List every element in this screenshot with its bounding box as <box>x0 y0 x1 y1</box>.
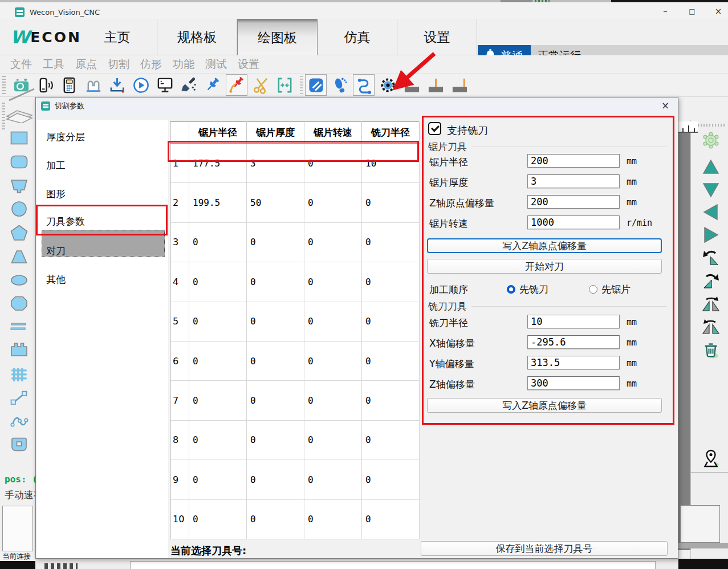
top-tab[interactable]: 仿真 <box>318 19 397 55</box>
top-tab[interactable]: 设置 <box>397 19 477 55</box>
table-cell[interactable]: 50 <box>247 183 304 222</box>
delete-icon[interactable] <box>699 340 722 360</box>
dialog-close-icon[interactable]: × <box>657 99 673 112</box>
polyline-tool-icon[interactable] <box>9 388 29 407</box>
table-cell[interactable]: 0 <box>304 183 362 222</box>
table-cell[interactable]: 0 <box>362 222 420 262</box>
table-cell[interactable]: 0 <box>247 381 304 420</box>
order-radio-option[interactable]: 先铣刀 <box>507 283 548 296</box>
move-left-icon[interactable] <box>699 202 722 222</box>
table-cell[interactable]: 0 <box>362 460 420 499</box>
flip-vertical-icon[interactable] <box>699 316 722 337</box>
pin-icon[interactable] <box>202 74 223 96</box>
rectangle-tool-icon[interactable] <box>9 129 29 147</box>
table-cell[interactable]: 0 <box>304 341 362 380</box>
table-cell[interactable]: 0 <box>247 420 304 460</box>
ellipse-tool-icon[interactable] <box>9 271 29 289</box>
monitor-icon[interactable] <box>154 74 176 96</box>
table-cell[interactable]: 0 <box>189 302 247 341</box>
table-cell[interactable]: 0 <box>189 222 247 262</box>
table-cell[interactable]: 0 <box>247 222 304 262</box>
row-number[interactable]: 3 <box>170 222 189 262</box>
table-cell[interactable]: 0 <box>304 460 362 499</box>
curve-tool-icon[interactable] <box>9 412 29 430</box>
support-mill-checkbox[interactable] <box>428 122 441 135</box>
manual-rate-box[interactable] <box>2 506 33 551</box>
row-number[interactable]: 10 <box>170 499 189 539</box>
rotate-left-icon[interactable] <box>699 247 722 268</box>
param-input[interactable] <box>527 195 620 209</box>
write-z-offset-button[interactable]: 写入Z轴原点偏移量 <box>427 398 662 413</box>
table-cell[interactable]: 0 <box>362 499 420 539</box>
expand-icon[interactable] <box>274 74 295 96</box>
table-cell[interactable]: 0 <box>304 144 362 183</box>
dialog-nav-item[interactable]: 加工 <box>46 158 66 173</box>
parallel-lines-tool-icon[interactable] <box>9 317 29 335</box>
top-tab[interactable]: 绘图板 <box>237 19 318 55</box>
row-number[interactable]: 7 <box>170 381 189 420</box>
table-cell[interactable]: 10 <box>362 144 420 183</box>
row-number[interactable]: 2 <box>170 183 189 222</box>
start-tool-calibration-button[interactable]: 开始对刀 <box>427 259 662 274</box>
adjust-gear-icon[interactable] <box>699 130 722 151</box>
octagon-tool-icon[interactable] <box>9 294 29 312</box>
connection-tab[interactable]: 当前连接 <box>0 552 35 561</box>
table-cell[interactable]: 0 <box>247 302 304 341</box>
table-row[interactable]: 40000 <box>170 262 420 302</box>
table-cell[interactable]: 0 <box>304 420 362 460</box>
table-cell[interactable]: 0 <box>189 262 247 302</box>
table-cell[interactable]: 0 <box>362 302 420 341</box>
table-cell[interactable]: 0 <box>189 341 247 380</box>
castle-tool-icon[interactable] <box>9 340 29 358</box>
table-row[interactable]: 1177.53010 <box>170 144 420 183</box>
hatch-square-icon[interactable] <box>305 74 327 96</box>
menu-item[interactable]: 仿形 <box>140 57 162 72</box>
row-number[interactable]: 8 <box>170 420 189 460</box>
dialog-nav-item[interactable]: 图形 <box>46 186 66 201</box>
menu-item[interactable]: 设置 <box>238 57 259 72</box>
import-icon[interactable] <box>106 74 128 96</box>
footprint-icon[interactable] <box>329 74 351 96</box>
top-tab[interactable]: 规格板 <box>157 19 237 55</box>
menu-item[interactable]: 工具 <box>43 57 64 72</box>
row-number[interactable]: 1 <box>170 144 189 183</box>
calculator-icon[interactable] <box>58 74 80 96</box>
saw-pos-center-icon[interactable] <box>425 74 446 96</box>
dialog-nav-item[interactable]: 厚度分层 <box>46 129 85 144</box>
scissors-icon[interactable] <box>250 74 271 96</box>
move-up-icon[interactable] <box>699 157 722 177</box>
table-row[interactable]: 100000 <box>170 499 420 539</box>
save-button[interactable]: 保存到当前选择刀具号 <box>421 541 668 556</box>
flip-horizontal-icon[interactable] <box>699 294 722 314</box>
radio-selected-icon[interactable] <box>507 285 515 294</box>
rotate-right-icon[interactable] <box>699 271 722 291</box>
table-cell[interactable]: 0 <box>189 499 247 539</box>
table-row[interactable]: 70000 <box>170 381 420 420</box>
table-cell[interactable]: 0 <box>362 262 420 302</box>
menu-item[interactable]: 测试 <box>205 57 227 72</box>
table-row[interactable]: 2199.55000 <box>170 183 420 222</box>
device-audio-icon[interactable] <box>34 74 56 96</box>
table-cell[interactable]: 0 <box>247 341 304 380</box>
menu-item[interactable]: 切割 <box>108 57 129 72</box>
table-cell[interactable]: 0 <box>189 460 247 499</box>
menu-item[interactable]: 原点 <box>75 57 97 72</box>
table-cell[interactable]: 3 <box>247 144 304 183</box>
rounded-rect-tool-icon[interactable] <box>9 153 29 171</box>
menu-item[interactable]: 文件 <box>10 57 32 72</box>
table-cell[interactable]: 0 <box>189 381 247 420</box>
gear-icon[interactable] <box>377 74 398 96</box>
param-input[interactable] <box>527 376 620 390</box>
locate-icon[interactable] <box>699 448 722 469</box>
dialog-nav-item[interactable]: 对刀 <box>46 243 66 258</box>
row-number[interactable]: 4 <box>170 262 189 302</box>
table-cell[interactable]: 0 <box>362 381 420 420</box>
table-cell[interactable]: 177.5 <box>189 144 247 183</box>
table-cell[interactable]: 0 <box>304 499 362 539</box>
clean-icon[interactable] <box>178 74 200 96</box>
dialog-nav-item-selected[interactable]: 刀具参数 <box>46 214 85 229</box>
dialog-nav-item[interactable]: 其他 <box>46 272 66 287</box>
scrollbar[interactable] <box>678 543 728 548</box>
move-right-icon[interactable] <box>699 225 722 245</box>
param-input[interactable] <box>527 315 620 328</box>
